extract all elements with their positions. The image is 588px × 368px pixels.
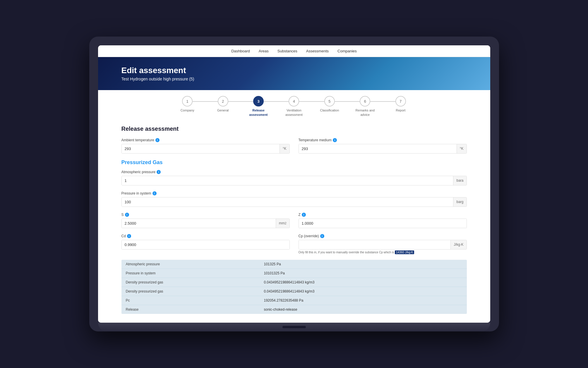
step-label-general: General — [217, 108, 229, 112]
table-row: Density pressurized gas0.043495219886411… — [121, 287, 467, 296]
cd-group: Cd i — [121, 234, 290, 254]
ambient-temp-unit: °K — [280, 144, 289, 153]
temp-medium-input[interactable] — [299, 144, 457, 153]
nav-assessments[interactable]: Assessments — [306, 49, 329, 53]
step-classification[interactable]: 5 Classification — [312, 96, 347, 112]
atm-pressure-input[interactable] — [122, 176, 453, 185]
table-row: Pressure in system10101325 Pa — [121, 269, 467, 278]
nav-companies[interactable]: Companies — [337, 49, 357, 53]
cd-input[interactable] — [122, 240, 289, 249]
temp-medium-group: Temperature medium i °K — [299, 138, 467, 154]
nav-dashboard[interactable]: Dashboard — [231, 49, 250, 53]
page-title: Edit assessment — [121, 66, 467, 75]
s-input[interactable] — [122, 219, 276, 228]
ambient-temp-info-icon[interactable]: i — [155, 138, 160, 142]
laptop-notch — [282, 326, 306, 328]
stepper: 1 Company 2 General 3 Release assessment — [170, 96, 419, 117]
cp-highlight-value: 14360 J/kg·K — [395, 250, 414, 254]
sys-pressure-label: Pressure in system i — [121, 191, 467, 195]
temp-medium-input-wrapper: °K — [299, 144, 467, 154]
step-general[interactable]: 2 General — [205, 96, 241, 112]
laptop-base — [98, 323, 490, 331]
result-value: 101325 Pa — [260, 260, 467, 269]
atm-pressure-group: Atmospheric pressure i bara — [121, 170, 467, 185]
cp-input[interactable] — [299, 240, 451, 249]
result-value: 10101325 Pa — [260, 269, 467, 278]
pressurized-gas-title: Pressurized Gas — [121, 159, 467, 166]
nav-substances[interactable]: Substances — [277, 49, 297, 53]
table-row: Releasesonic-choked-release — [121, 305, 467, 314]
ambient-temp-group: Ambient temperature i °K — [121, 138, 290, 154]
step-circle-release: 3 — [253, 96, 264, 106]
sys-pressure-input-wrapper: barg — [121, 197, 467, 207]
cp-label: Cp (override) i — [299, 234, 467, 238]
step-circle-report: 7 — [395, 96, 406, 106]
s-unit: mm2 — [276, 219, 289, 228]
step-report[interactable]: 7 Report — [383, 96, 418, 112]
temp-medium-label: Temperature medium i — [299, 138, 467, 142]
step-circle-classification: 5 — [324, 96, 335, 106]
z-label: Z i — [299, 213, 467, 217]
temp-row: Ambient temperature i °K Temperature med… — [121, 138, 467, 154]
cp-group: Cp (override) i J/kg·K Only fill this in… — [299, 234, 467, 254]
top-navigation: Dashboard Areas Substances Assessments C… — [98, 45, 490, 57]
hero-banner: Edit assessment Test Hydrogen outside hi… — [98, 57, 490, 90]
sys-pressure-row: Pressure in system i barg — [121, 191, 467, 207]
step-remarks[interactable]: 6 Remarks and advice — [347, 96, 383, 117]
s-z-row: S i mm2 Z i — [121, 213, 467, 228]
z-input[interactable] — [299, 219, 467, 228]
s-info-icon[interactable]: i — [125, 213, 129, 217]
step-label-classification: Classification — [320, 108, 339, 112]
step-company[interactable]: 1 Company — [170, 96, 205, 112]
atm-pressure-unit: bara — [453, 176, 466, 185]
stepper-container: 1 Company 2 General 3 Release assessment — [98, 90, 490, 120]
atm-pressure-label: Atmospheric pressure i — [121, 170, 467, 174]
result-value: 0.0434952198864114843 kg/m3 — [260, 278, 467, 287]
result-label: Density pressurized gas — [121, 278, 260, 287]
result-label: Pressure in system — [121, 269, 260, 278]
s-label: S i — [121, 213, 290, 217]
step-release[interactable]: 3 Release assessment — [241, 96, 276, 117]
atm-pressure-row: Atmospheric pressure i bara — [121, 170, 467, 185]
nav-areas[interactable]: Areas — [259, 49, 269, 53]
result-label: Density pressurized gas — [121, 287, 260, 296]
cp-input-wrapper: J/kg·K — [299, 240, 467, 250]
laptop-frame: Dashboard Areas Substances Assessments C… — [89, 37, 499, 331]
atm-pressure-info-icon[interactable]: i — [157, 170, 161, 174]
temp-medium-info-icon[interactable]: i — [333, 138, 337, 142]
result-value: sonic-choked-release — [260, 305, 467, 314]
result-value: 192054.27822635488 Pa — [260, 296, 467, 305]
cp-unit: J/kg·K — [450, 240, 466, 249]
ambient-temp-input[interactable] — [122, 144, 280, 153]
form-area: Release assessment Ambient temperature i… — [98, 120, 490, 323]
s-group: S i mm2 — [121, 213, 290, 228]
results-data-table: Atmospheric pressure101325 PaPressure in… — [121, 260, 467, 314]
sys-pressure-input[interactable] — [122, 197, 453, 207]
cd-info-icon[interactable]: i — [127, 234, 131, 238]
table-row: Atmospheric pressure101325 Pa — [121, 260, 467, 269]
sys-pressure-unit: barg — [453, 197, 466, 207]
step-label-release: Release assessment — [247, 108, 270, 117]
section-title: Release assessment — [121, 125, 467, 132]
sys-pressure-info-icon[interactable]: i — [152, 191, 157, 195]
laptop-screen: Dashboard Areas Substances Assessments C… — [98, 45, 490, 323]
step-circle-general: 2 — [218, 96, 228, 106]
result-label: Release — [121, 305, 260, 314]
atm-pressure-input-wrapper: bara — [121, 176, 467, 185]
cp-info-icon[interactable]: i — [320, 234, 324, 238]
table-row: Density pressurized gas0.043495219886411… — [121, 278, 467, 287]
ambient-temp-label: Ambient temperature i — [121, 138, 290, 142]
step-label-report: Report — [396, 108, 405, 112]
cd-label: Cd i — [121, 234, 290, 238]
step-circle-ventilation: 4 — [289, 96, 299, 106]
temp-medium-unit: °K — [457, 144, 467, 153]
s-input-wrapper: mm2 — [121, 219, 290, 228]
page-subtitle: Test Hydrogen outside high pressure (5) — [121, 77, 467, 81]
cp-note: Only fill this in, if you want to manual… — [299, 251, 467, 254]
z-info-icon[interactable]: i — [302, 213, 306, 217]
main-content: 1 Company 2 General 3 Release assessment — [98, 90, 490, 323]
sys-pressure-group: Pressure in system i barg — [121, 191, 467, 207]
step-ventilation[interactable]: 4 Ventilation assessment — [276, 96, 312, 117]
result-label: Pc — [121, 296, 260, 305]
step-circle-remarks: 6 — [360, 96, 370, 106]
